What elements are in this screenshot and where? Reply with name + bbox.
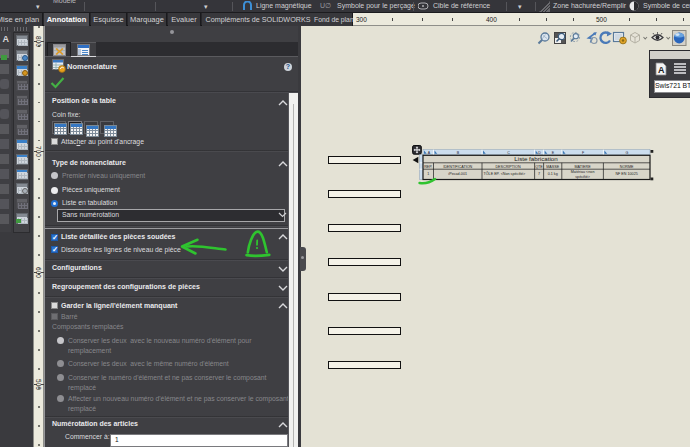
svg-text:7: 7 bbox=[538, 172, 540, 176]
svg-text:QTE: QTE bbox=[535, 165, 543, 169]
svg-text:DESCRIPTION: DESCRIPTION bbox=[495, 165, 521, 169]
svg-text:G: G bbox=[626, 151, 629, 155]
svg-text:NF EN 10025: NF EN 10025 bbox=[615, 172, 637, 176]
svg-text:0.1 kg: 0.1 kg bbox=[548, 172, 558, 176]
svg-text:NORME: NORME bbox=[620, 165, 634, 169]
svg-text:TÔLE EP. <Non spécifié>: TÔLE EP. <Non spécifié> bbox=[484, 171, 526, 176]
svg-text:C: C bbox=[507, 151, 510, 155]
svg-text:1: 1 bbox=[427, 172, 429, 176]
svg-text:D: D bbox=[538, 151, 541, 155]
svg-text:iPecad-001: iPecad-001 bbox=[448, 172, 467, 176]
svg-text:MATIERE: MATIERE bbox=[575, 165, 592, 169]
svg-text:IDENTIFICATION: IDENTIFICATION bbox=[443, 165, 472, 169]
svg-text:REP.: REP. bbox=[424, 165, 432, 169]
svg-text:A: A bbox=[658, 65, 665, 75]
svg-text:Matériau <non: Matériau <non bbox=[571, 170, 595, 174]
svg-text:MASSE: MASSE bbox=[546, 165, 559, 169]
svg-text:Liste fabrication: Liste fabrication bbox=[514, 155, 558, 162]
svg-text:spécifié>: spécifié> bbox=[575, 175, 590, 179]
